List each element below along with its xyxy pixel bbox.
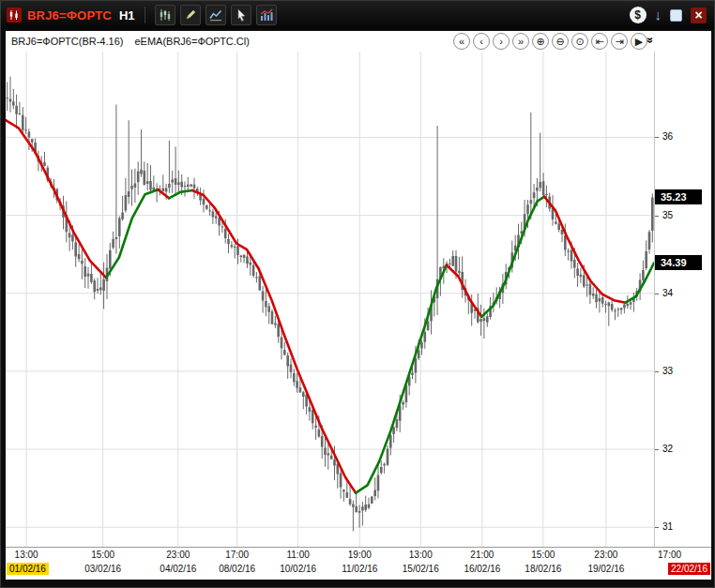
series-label: BRJ6=ФОРТС(BR-4.16) [11,36,123,47]
fast-rewind-button[interactable]: « [453,33,470,50]
plot-row: 36353433323135.2334.39 [6,52,711,547]
app-logo-icon [7,8,22,23]
date-tick-label: 16/02/16 [464,564,500,574]
gridlines [6,52,654,547]
window-title-timeframe: H1 [119,8,135,23]
price-axis[interactable]: 36353433323135.2334.39 [654,52,711,547]
date-label-start: 01/02/16 [7,563,49,575]
date-tick-label: 08/02/16 [219,564,255,574]
app-window: BRJ6=ФОРТС H1 $↓× BRJ6=ФОРТС(BR-4.16) eE… [0,0,715,588]
line-chart-icon[interactable] [205,5,226,25]
time-tick-label: 17:00 [225,550,249,560]
collapse-chevron-icon[interactable]: « [647,34,653,47]
price-tick-label: 31 [662,521,673,532]
step-forward-button[interactable]: › [493,33,510,50]
date-tick-label: 10/02/16 [280,564,316,574]
time-tick-label: 13:00 [409,550,433,560]
ema-down-segment [192,190,356,493]
zoom-window-button[interactable]: ⊙ [571,33,588,50]
indicator-label: eEMA(BRJ6=ФОРТС.Cl) [134,36,249,47]
price-tick-label: 32 [662,444,673,454]
date-tick-label: 19/02/16 [587,564,624,574]
restore-button[interactable] [670,9,682,22]
time-tick-label: 21:00 [470,550,494,560]
date-label-end: 22/02/16 [668,563,710,575]
cursor-icon[interactable] [231,5,251,25]
date-tick-label: 15/02/16 [403,564,439,574]
ema-down-segment [447,265,481,317]
chart-header: BRJ6=ФОРТС(BR-4.16) eEMA(BRJ6=ФОРТС.Cl) … [6,31,711,52]
time-tick-label: 13:00 [15,550,38,560]
chart-plot-area[interactable] [6,52,654,547]
compress-scale-button[interactable]: ⇤ [591,33,608,50]
date-tick-label: 04/02/16 [160,564,196,574]
pencil-icon[interactable] [180,5,201,25]
price-tick-label: 35 [662,210,673,220]
price-tick-label: 33 [662,366,673,376]
step-back-button[interactable]: ‹ [473,33,490,50]
toolbar-separator [145,7,145,23]
window-controls: $↓× [630,7,709,23]
time-tick-label: 15:00 [531,550,555,560]
ema-down-segment [544,197,625,303]
indicator-histogram-icon[interactable] [256,5,277,25]
price-tick-label: 36 [662,131,673,142]
dollar-button[interactable]: $ [630,7,647,23]
time-axis: 13:0015:0023:0017:0011:0019:0013:0021:00… [6,547,711,562]
price-tick-label: 34 [662,288,673,298]
price-badge: 35.23 [655,189,702,204]
fast-forward-button[interactable]: » [512,33,529,50]
candlestick-chart-icon[interactable] [155,5,175,25]
time-tick-label: 11:00 [286,550,309,560]
price-chart-svg [6,52,654,547]
price-badge: 34.39 [655,255,702,270]
time-tick-label: 17:00 [658,550,681,560]
titlebar-toolbar [155,5,277,25]
close-button[interactable]: × [691,8,707,23]
date-axis: 01/02/1603/02/1604/02/1608/02/1610/02/16… [6,562,711,580]
window-title-symbol: BRJ6=ФОРТС [27,8,112,23]
zoom-out-button[interactable]: ⊖ [552,33,569,50]
titlebar[interactable]: BRJ6=ФОРТС H1 $↓× [1,1,714,29]
chart-nav-toolbar: «‹›»⊕⊖⊙⇤⇥▶ [453,33,647,50]
date-tick-label: 18/02/16 [525,564,561,574]
time-tick-label: 15:00 [91,550,114,560]
download-button[interactable]: ↓ [655,7,662,23]
date-tick-label: 11/02/16 [342,564,377,574]
ema-up-segment [356,265,447,493]
time-tick-label: 23:00 [594,550,617,560]
chart-panel: BRJ6=ФОРТС(BR-4.16) eEMA(BRJ6=ФОРТС.Cl) … [6,31,711,580]
time-tick-label: 23:00 [166,550,190,560]
candles-layer [8,77,653,532]
zoom-in-button[interactable]: ⊕ [532,33,549,50]
expand-scale-button[interactable]: ⇥ [611,33,628,50]
date-tick-label: 03/02/16 [84,564,121,574]
time-tick-label: 19:00 [348,550,372,560]
